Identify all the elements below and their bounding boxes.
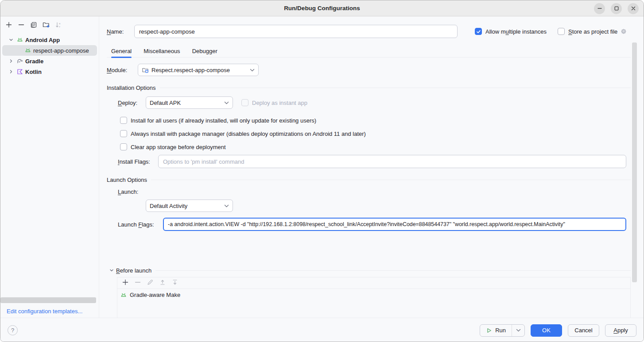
add-configuration-button[interactable] [5,21,13,29]
cancel-button[interactable]: Cancel [568,324,599,337]
close-button[interactable] [628,3,639,14]
edit-task-button[interactable] [146,279,154,287]
help-button[interactable]: ? [8,325,18,335]
move-up-button[interactable] [159,279,167,287]
edit-icon [147,279,154,287]
deploy-row: Deploy: Default APK Deploy as instant ap… [107,96,644,109]
edit-configuration-templates-link[interactable]: Edit configuration templates... [7,308,82,315]
store-as-project-file-checkbox[interactable] [558,28,565,35]
launch-options-section: Launch Options [107,175,631,184]
tab-miscellaneous[interactable]: Miscellaneous [144,45,180,57]
android-icon [24,47,31,54]
task-label: Gradle-aware Make [130,292,180,298]
name-input[interactable] [134,25,458,38]
maximize-button[interactable] [611,3,622,14]
android-icon [120,292,127,299]
always-install-with-package-manager-label: Always install with package manager (dis… [131,131,366,137]
window-controls [594,0,639,16]
chevron-right-icon[interactable] [8,68,15,75]
run-split-button: Run [480,324,525,337]
move-up-icon [159,279,166,287]
tree-item-gradle[interactable]: Gradle [0,56,99,66]
run-debug-configurations-dialog: Run/Debug Configurations [0,0,644,342]
always-install-with-package-manager-option[interactable]: Always install with package manager (dis… [107,127,644,140]
ok-button[interactable]: OK [531,324,562,337]
before-launch-panel: Gradle-aware Make [117,277,631,318]
always-install-with-package-manager-checkbox[interactable] [120,130,127,137]
launch-row: Launch: [107,188,644,195]
sidebar-toolbar: az [0,16,99,32]
tree-item-respect-app-compose[interactable]: respect-app-compose [2,45,97,56]
launch-label: Launch: [118,188,138,195]
install-flags-input[interactable] [158,155,626,168]
remove-task-button[interactable] [134,279,142,287]
tree-item-label: Android App [25,37,60,43]
install-for-all-users-checkbox[interactable] [120,117,127,124]
deploy-select[interactable]: Default APK [146,96,233,109]
minimize-icon [597,6,602,11]
apply-button[interactable]: Apply [605,324,636,337]
vertical-scrollbar[interactable] [632,42,637,282]
svg-text:a: a [59,22,61,24]
maximize-icon [614,6,619,11]
tree-item-kotlin[interactable]: Kotlin [0,66,99,77]
module-icon [142,66,149,73]
sort-configurations-button[interactable]: az [54,21,62,29]
android-icon [16,36,23,43]
add-task-button[interactable] [121,279,129,287]
tab-general[interactable]: General [111,45,132,57]
launch-flags-input[interactable] [163,218,626,231]
copy-configuration-button[interactable] [30,21,38,29]
gradle-icon [16,58,23,65]
tree-item-android-app[interactable]: Android App [0,35,99,45]
kotlin-icon [16,68,23,75]
allow-multiple-instances-checkbox[interactable] [475,28,482,35]
install-for-all-users-option[interactable]: Install for all users (if already instal… [107,114,644,127]
title-bar: Run/Debug Configurations [0,0,644,16]
minimize-button[interactable] [594,3,605,14]
clear-app-storage-checkbox[interactable] [120,143,127,150]
module-row: Module: Respect.respect-app-compose [107,64,644,76]
deploy-as-instant-app-checkbox [241,99,248,106]
clear-app-storage-option[interactable]: Clear app storage before deployment [107,140,644,154]
chevron-down-icon [250,69,255,72]
copy-icon [30,21,37,30]
before-launch-task[interactable]: Gradle-aware Make [117,289,630,301]
remove-configuration-button[interactable] [17,21,25,29]
allow-multiple-instances-option[interactable]: Allow multiple instances [475,28,547,35]
configuration-editor: Name: Allow multiple instances Store as … [99,16,644,318]
store-settings-gear-icon[interactable] [620,28,627,35]
launch-flags-row: Launch Flags: [107,218,644,231]
run-button[interactable]: Run [480,325,512,336]
new-folder-button[interactable] [42,21,50,29]
chevron-down-icon [224,101,229,104]
store-as-project-file-option[interactable]: Store as project file [558,28,627,35]
tree-item-label: Kotlin [25,69,42,75]
chevron-down-icon[interactable] [108,267,115,274]
configurations-sidebar: az Android App respect-app-compose Gradl… [0,16,99,318]
sidebar-horizontal-scrollbar[interactable] [0,297,96,303]
module-value: Respect.respect-app-compose [151,67,247,73]
name-row: Name: Allow multiple instances Store as … [107,25,644,38]
name-label: Name: [107,28,134,35]
install-flags-label: Install Flags: [118,158,158,165]
deploy-as-instant-app-option: Deploy as instant app [241,99,307,106]
chevron-down-icon[interactable] [8,36,15,43]
add-icon [122,279,129,287]
footer-buttons: Run OK Cancel Apply [480,324,636,337]
module-select[interactable]: Respect.respect-app-compose [138,64,259,76]
move-down-icon [171,279,178,287]
configuration-tree: Android App respect-app-compose Gradle K… [0,35,99,77]
tab-debugger[interactable]: Debugger [192,45,217,57]
move-down-button[interactable] [171,279,179,287]
chevron-right-icon[interactable] [8,58,15,65]
run-icon [486,327,492,334]
install-options-checkboxes: Install for all users (if already instal… [107,114,644,154]
before-launch-section: Before launch [108,267,631,274]
remove-icon [134,279,141,287]
launch-select[interactable]: Default Activity [146,200,233,212]
installation-options-section: Installation Options [107,83,631,92]
run-options-button[interactable] [512,325,524,336]
deploy-value: Default APK [150,100,221,106]
dialog-footer: ? Run OK Cancel Apply [0,318,644,342]
